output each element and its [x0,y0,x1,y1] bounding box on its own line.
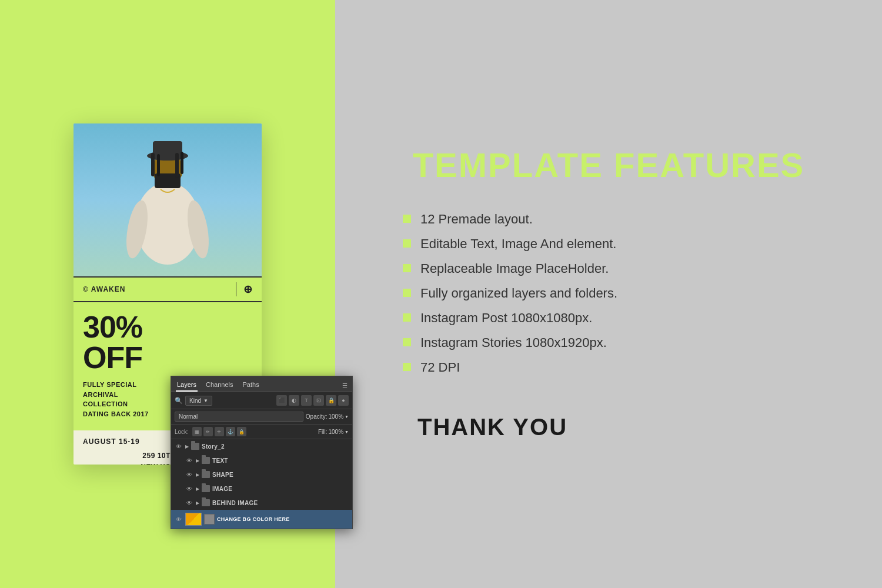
layers-tabs: Layers Channels Paths ☰ [171,376,352,392]
svg-rect-5 [151,153,155,176]
fill-value[interactable]: 100% [328,429,343,435]
text-layer-icon[interactable]: T [301,395,312,406]
feature-item-6: Instagram Stories 1080x1920px. [403,335,814,350]
lock-image-icon[interactable]: ✏ [203,427,213,436]
bullet-7 [403,363,411,371]
bullet-2 [403,239,411,248]
extra-icon[interactable]: ● [338,395,349,406]
blend-mode-dropdown[interactable]: Normal [175,412,303,422]
lock-label: Lock: [175,429,189,435]
image-layer-name: IMAGE [212,486,232,492]
layer-shape[interactable]: 👁 ▶ SHAPE [171,467,352,482]
flyer-photo [74,123,262,276]
lock-icons-group: ▦ ✏ ✛ ⚓ 🔒 [192,427,246,436]
discount-line2: OFF [83,342,252,373]
feature-label-2: Editable Text, Image And element. [420,236,616,252]
layer-behind-image[interactable]: 👁 ▶ BEHIND IMAGE [171,496,352,510]
eye-image-icon[interactable]: 👁 [185,485,193,493]
plus-icon: ⊕ [243,283,252,296]
layers-toolbar-row1: 🔍 Kind ▼ ⬛ ◐ T ⊡ 🔒 ● [171,392,352,409]
layers-toolbar-row2: Normal Opacity: 100% ▼ [171,409,352,425]
expand-text-icon[interactable]: ▶ [196,458,199,463]
expand-shape-icon[interactable]: ▶ [196,472,199,477]
opacity-value[interactable]: 100% [328,413,343,420]
image-folder-icon [202,485,210,492]
opacity-chevron-icon: ▼ [345,415,349,419]
lock-position-icon[interactable]: ✛ [215,427,224,436]
feature-label-3: Replaceable Image PlaceHolder. [420,261,609,276]
expand-image-icon[interactable]: ▶ [196,486,199,492]
text-layer-name: TEXT [212,457,228,464]
kind-label: Kind [189,397,201,404]
behind-folder-icon [202,499,210,506]
bullet-6 [403,338,411,346]
layers-panel[interactable]: Layers Channels Paths ☰ 🔍 Kind ▼ ⬛ ◐ T ⊡… [171,376,353,529]
change-bg-layer-name: CHANGE BG COLOR HERE [217,516,290,522]
lock-all-icon[interactable]: 🔒 [237,427,246,436]
bullet-4 [403,289,411,297]
left-panel: © AWAKEN ⊕ 30% OFF FULLY SPECIALARCHIVAL… [0,0,335,588]
bullet-3 [403,264,411,272]
feature-item-1: 12 Premade layout. [403,212,814,227]
opacity-field: Opacity: 100% ▼ [306,413,349,420]
tab-paths[interactable]: Paths [242,379,260,392]
lock-artboard-icon[interactable]: ⚓ [226,427,235,436]
kind-dropdown[interactable]: Kind ▼ [185,396,212,406]
panel-menu-icon[interactable]: ☰ [342,382,348,389]
feature-label-4: Fully organized layers and folders. [420,286,617,301]
behind-image-layer-name: BEHIND IMAGE [212,500,258,506]
svg-rect-6 [157,154,160,176]
tab-layers[interactable]: Layers [176,379,198,392]
expand-behind-icon[interactable]: ▶ [196,500,199,506]
layer-change-bg-color[interactable]: 👁 CHANGE BG COLOR HERE [171,510,352,529]
folder-icon [191,443,199,450]
brand-divider [236,282,236,296]
bullet-5 [403,313,411,322]
feature-label-7: 72 DPI [420,360,460,375]
eye-behind-icon[interactable]: 👁 [185,499,193,507]
layer-group-story2[interactable]: 👁 ▶ Story_2 [171,439,352,453]
text-folder-icon [202,457,210,464]
layer-mask-thumbnail [204,514,215,524]
feature-item-5: Instagram Post 1080x1080px. [403,310,814,326]
feature-item-4: Fully organized layers and folders. [403,286,814,301]
layer-text[interactable]: 👁 ▶ TEXT [171,453,352,467]
feature-label-6: Instagram Stories 1080x1920px. [420,335,607,350]
right-panel: TEMPLATE FEATURES 12 Premade layout. Edi… [335,0,882,588]
feature-item-7: 72 DPI [403,360,814,375]
eye-visibility-icon[interactable]: 👁 [175,442,183,450]
svg-rect-8 [181,152,183,174]
kind-chevron-icon: ▼ [203,398,208,403]
bullet-1 [403,215,411,223]
feature-label-5: Instagram Post 1080x1080px. [420,310,592,326]
person-figure [115,129,220,276]
layer-type-icons: ⬛ ◐ T ⊡ 🔒 ● [276,395,349,406]
tab-channels[interactable]: Channels [205,379,234,392]
layer-image[interactable]: 👁 ▶ IMAGE [171,482,352,496]
features-title: TEMPLATE FEATURES [413,148,805,182]
fill-chevron-icon: ▼ [345,430,349,434]
adjustment-layer-icon[interactable]: ◐ [289,395,299,406]
features-list: 12 Premade layout. Editable Text, Image … [403,212,814,385]
opacity-label: Opacity: [306,413,328,420]
flyer-brand-bar: © AWAKEN ⊕ [74,276,262,302]
lock-transparent-icon[interactable]: ▦ [192,427,202,436]
feature-item-2: Editable Text, Image And element. [403,236,814,252]
feature-item-3: Replaceable Image PlaceHolder. [403,261,814,276]
search-icon: 🔍 [175,397,183,405]
eye-shape-icon[interactable]: 👁 [185,470,193,479]
smart-object-icon[interactable]: 🔒 [326,395,336,406]
layers-toolbar-row3: Lock: ▦ ✏ ✛ ⚓ 🔒 Fill: 100% ▼ [171,425,352,439]
eye-bg-color-icon[interactable]: 👁 [175,515,183,523]
expand-icon[interactable]: ▶ [185,444,189,449]
feature-label-1: 12 Premade layout. [420,212,533,227]
fill-label: Fill: [318,429,328,435]
shape-layer-icon[interactable]: ⊡ [313,395,324,406]
brand-name: © AWAKEN [83,285,236,293]
pixel-layer-icon[interactable]: ⬛ [276,395,287,406]
fill-field: Fill: 100% ▼ [318,429,349,435]
blend-mode-label: Normal [179,413,198,420]
thank-you: THANK YOU [417,414,567,440]
shape-layer-name: SHAPE [212,472,233,478]
eye-text-icon[interactable]: 👁 [185,456,193,465]
